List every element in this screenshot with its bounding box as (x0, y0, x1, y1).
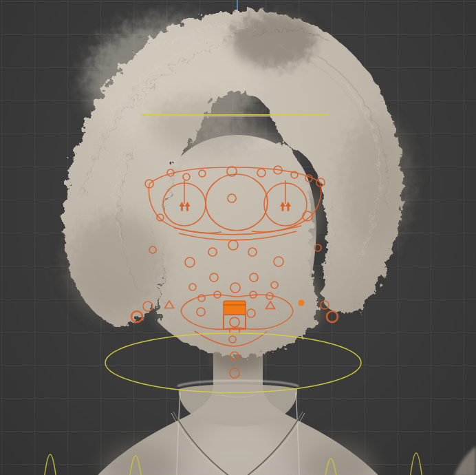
3d-viewport[interactable] (0, 0, 476, 475)
rig-control-dot[interactable] (299, 300, 305, 306)
model-scene (0, 0, 476, 475)
spike-control-curve[interactable] (410, 453, 422, 475)
spike-control-curve[interactable] (44, 454, 56, 475)
jaw-widget-filled-rect[interactable] (224, 301, 246, 315)
rig-control-ring[interactable] (327, 311, 338, 322)
